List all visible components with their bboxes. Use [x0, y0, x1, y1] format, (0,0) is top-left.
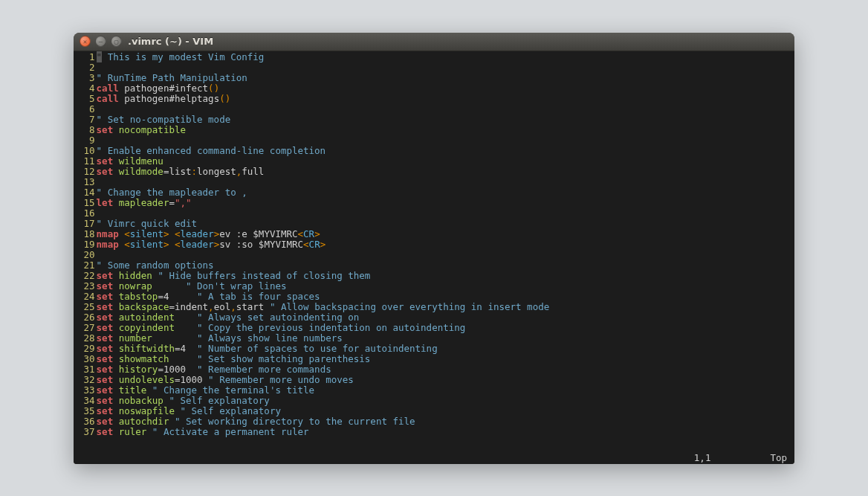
- maximize-icon[interactable]: ▢: [111, 36, 122, 47]
- line-number-gutter: 1 2 3 4 5 6 7 8 9 10 11 12 13 14 15 16 1…: [74, 52, 97, 464]
- code-line: call pathogen#helptags(): [97, 94, 794, 104]
- code-line: set nocompatible: [97, 125, 794, 135]
- code-line: set hidden " Hide buffers instead of clo…: [97, 271, 794, 281]
- minimize-icon[interactable]: ‒: [95, 36, 106, 47]
- code-line: nmap <silent> <leader>ev :e $MYVIMRC<CR>: [97, 229, 794, 239]
- code-line: set nowrap " Don't wrap lines: [97, 281, 794, 292]
- ruler-status: 1,1Top: [694, 453, 787, 464]
- code-line: " Enable enhanced command-line completio…: [97, 146, 794, 156]
- code-line: set tabstop=4 " A tab is four spaces: [97, 292, 794, 302]
- window-buttons: ✕ ‒ ▢: [80, 36, 122, 47]
- code-line: set nobackup " Self explanatory: [97, 396, 794, 406]
- code-line: " Vimrc quick edit: [97, 219, 794, 229]
- code-line: set number " Always show line numbers: [97, 333, 794, 344]
- code-line: [97, 104, 794, 115]
- cursor-position: 1,1: [694, 452, 711, 463]
- code-line: " Set no-compatible mode: [97, 115, 794, 125]
- cursor: ": [97, 51, 103, 62]
- code-line: set title " Change the terminal's title: [97, 385, 794, 396]
- titlebar[interactable]: ✕ ‒ ▢ .vimrc (~) - VIM: [74, 33, 794, 51]
- code-line: nmap <silent> <leader>sv :so $MYVIMRC<CR…: [97, 239, 794, 250]
- scroll-position: Top: [770, 452, 787, 463]
- code-line: set shiftwidth=4 " Number of spaces to u…: [97, 344, 794, 354]
- code-content[interactable]: " This is my modest Vim Config " RunTime…: [97, 52, 794, 464]
- code-line: [97, 208, 794, 219]
- code-line: set wildmode=list:longest,full: [97, 167, 794, 177]
- vim-window: ✕ ‒ ▢ .vimrc (~) - VIM 1 2 3 4 5 6 7 8 9…: [74, 33, 794, 464]
- code-line: " RunTime Path Manipulation: [97, 73, 794, 83]
- code-line: set wildmenu: [97, 156, 794, 167]
- code-line: [97, 177, 794, 187]
- code-line: set backspace=indent,eol,start " Allow b…: [97, 302, 794, 312]
- code-line: set noswapfile " Self explanatory: [97, 406, 794, 416]
- close-icon[interactable]: ✕: [80, 36, 91, 47]
- editor-area[interactable]: 1 2 3 4 5 6 7 8 9 10 11 12 13 14 15 16 1…: [74, 51, 794, 464]
- code-line: " Change the mapleader to ,: [97, 187, 794, 198]
- code-line: " This is my modest Vim Config: [97, 52, 794, 62]
- code-line: set undolevels=1000 " Remember more undo…: [97, 375, 794, 385]
- code-line: set history=1000 " Remember more command…: [97, 364, 794, 375]
- code-line: set copyindent " Copy the previous inden…: [97, 323, 794, 333]
- code-line: [97, 62, 794, 73]
- code-line: " Some random options: [97, 260, 794, 271]
- code-line: [97, 135, 794, 146]
- code-line: set autoindent " Always set autoindentin…: [97, 312, 794, 323]
- code-line: let mapleader=",": [97, 198, 794, 208]
- code-line: set showmatch " Set show matching parent…: [97, 354, 794, 364]
- window-title: .vimrc (~) - VIM: [128, 36, 213, 47]
- code-line: call pathogen#infect(): [97, 83, 794, 94]
- code-line: [97, 250, 794, 260]
- code-line: set autochdir " Set working directory to…: [97, 416, 794, 427]
- code-line: set ruler " Activate a permanent ruler: [97, 427, 794, 437]
